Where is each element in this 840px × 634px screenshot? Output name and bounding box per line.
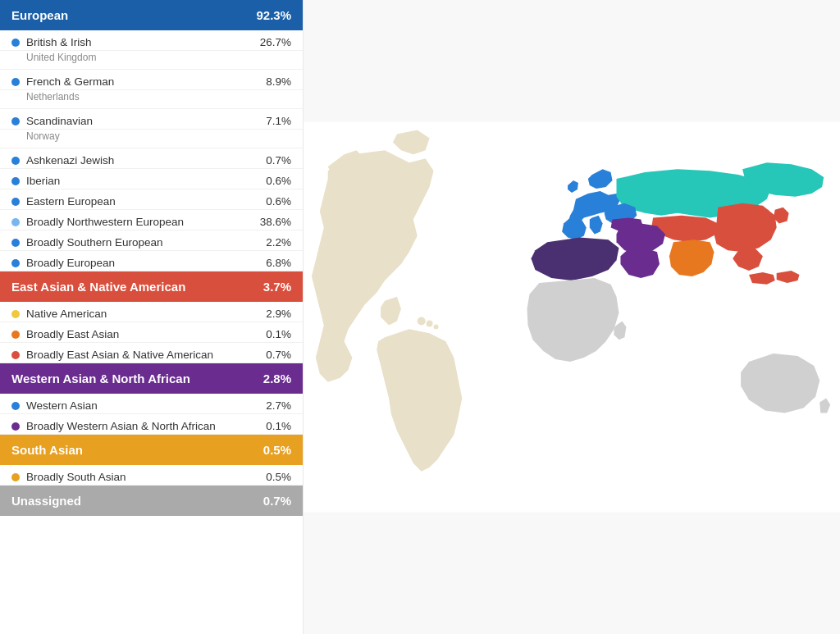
category-header-south-asian: South Asian 0.5%: [0, 435, 303, 465]
sub-item-left: Broadly Northwestern European: [11, 216, 184, 228]
list-item: Native American 2.9%: [0, 302, 303, 322]
list-item: Eastern European 0.6%: [0, 189, 303, 210]
list-item: Broadly East Asian 0.1%: [0, 322, 303, 343]
sub-item-label: Broadly Western Asian & North African: [26, 420, 216, 432]
dot-icon: [11, 218, 20, 226]
map-panel: [304, 0, 840, 634]
sub-item-value: 0.6%: [266, 175, 291, 187]
dot-icon: [11, 402, 20, 410]
category-percentage: 0.7%: [263, 494, 291, 508]
sub-item-value: 2.7%: [266, 399, 291, 412]
sub-item-location: United Kingdom: [0, 51, 303, 70]
sub-item-value: 0.7%: [266, 154, 291, 166]
sub-item-label: Broadly Northwestern European: [26, 216, 184, 228]
sub-item-label: British & Irish: [26, 36, 92, 48]
sub-item-left: Broadly East Asian & Native American: [11, 349, 213, 361]
dot-icon: [11, 259, 20, 267]
list-item: Broadly Western Asian & North African 0.…: [0, 414, 303, 435]
sub-item-label: Broadly East Asian & Native American: [26, 349, 213, 361]
sub-item-location: Netherlands: [0, 90, 303, 109]
category-label: Western Asian & North African: [11, 372, 190, 385]
sub-item-label: Eastern European: [26, 195, 116, 208]
sub-item-value: 6.8%: [266, 257, 291, 269]
list-item: Broadly East Asian & Native American 0.7…: [0, 343, 303, 363]
ancestry-list: European 92.3% British & Irish 26.7% Uni…: [0, 0, 304, 634]
sub-item-label: Broadly European: [26, 257, 115, 269]
sub-item-label: Broadly East Asian: [26, 328, 119, 340]
category-header-western-asian: Western Asian & North African 2.8%: [0, 363, 303, 394]
svg-point-2: [427, 320, 433, 326]
sub-item-location: Norway: [0, 130, 303, 148]
sub-item-value: 2.9%: [266, 308, 291, 320]
dot-icon: [11, 310, 20, 318]
sub-item-value: 7.1%: [266, 115, 291, 127]
list-item: Western Asian 2.7%: [0, 394, 303, 414]
list-item: Scandinavian 7.1%: [0, 109, 303, 130]
sub-item-left: French & German: [11, 75, 114, 88]
sub-item-value: 26.7%: [260, 36, 291, 48]
sub-item-value: 0.1%: [266, 328, 291, 340]
sub-item-label: Native American: [26, 308, 107, 320]
sub-item-label: French & German: [26, 75, 114, 88]
sub-item-left: Broadly European: [11, 257, 115, 269]
dot-icon: [11, 157, 20, 165]
dot-icon: [11, 117, 20, 125]
list-item: Broadly Northwestern European 38.6%: [0, 210, 303, 230]
dot-icon: [11, 198, 20, 206]
sub-item-value: 38.6%: [260, 216, 291, 228]
category-label: European: [11, 8, 68, 22]
category-percentage: 2.8%: [263, 372, 291, 385]
dot-icon: [11, 39, 20, 47]
svg-point-1: [418, 317, 426, 326]
sub-item-left: Broadly South Asian: [11, 471, 126, 483]
dot-icon: [11, 78, 20, 86]
list-item: Ashkenazi Jewish 0.7%: [0, 148, 303, 169]
list-item: British & Irish 26.7%: [0, 30, 303, 51]
category-header-unassigned: Unassigned 0.7%: [0, 486, 303, 516]
dot-icon: [11, 331, 20, 339]
sub-item-label: Broadly South Asian: [26, 471, 126, 483]
list-item: Broadly South Asian 0.5%: [0, 465, 303, 486]
sub-item-left: Western Asian: [11, 399, 98, 412]
sub-item-left: Eastern European: [11, 195, 116, 208]
list-item: Broadly European 6.8%: [0, 251, 303, 271]
sub-item-label: Western Asian: [26, 399, 98, 412]
category-percentage: 0.5%: [263, 443, 291, 457]
category-header-east-asian: East Asian & Native American 3.7%: [0, 271, 303, 302]
sub-item-left: Broadly East Asian: [11, 328, 119, 340]
sub-item-left: Native American: [11, 308, 107, 320]
dot-icon: [11, 473, 20, 481]
dot-icon: [11, 422, 20, 431]
dot-icon: [11, 351, 20, 359]
sub-item-left: Ashkenazi Jewish: [11, 154, 114, 166]
list-item: French & German 8.9%: [0, 70, 303, 90]
category-label: South Asian: [11, 443, 83, 457]
category-header-european: European 92.3%: [0, 0, 303, 30]
sub-item-left: Iberian: [11, 175, 60, 187]
category-label: East Asian & Native American: [11, 280, 185, 294]
sub-item-value: 0.7%: [266, 349, 291, 361]
list-item: Broadly Southern European 2.2%: [0, 230, 303, 251]
category-label: Unassigned: [11, 494, 81, 508]
sub-item-value: 2.2%: [266, 236, 291, 249]
sub-item-value: 0.1%: [266, 420, 291, 432]
sub-item-left: British & Irish: [11, 36, 92, 48]
sub-item-left: Scandinavian: [11, 115, 93, 127]
sub-item-value: 0.5%: [266, 471, 291, 483]
sub-item-value: 0.6%: [266, 195, 291, 208]
sub-item-label: Scandinavian: [26, 115, 93, 127]
world-map: [304, 0, 840, 634]
sub-item-left: Broadly Western Asian & North African: [11, 420, 216, 432]
sub-item-label: Broadly Southern European: [26, 236, 163, 249]
dot-icon: [11, 177, 20, 185]
svg-point-3: [434, 324, 439, 329]
sub-item-label: Ashkenazi Jewish: [26, 154, 114, 166]
list-item: Iberian 0.6%: [0, 169, 303, 189]
category-percentage: 3.7%: [263, 280, 291, 294]
category-percentage: 92.3%: [256, 8, 291, 22]
dot-icon: [11, 239, 20, 247]
sub-item-label: Iberian: [26, 175, 60, 187]
sub-item-left: Broadly Southern European: [11, 236, 163, 249]
sub-item-value: 8.9%: [266, 75, 291, 88]
